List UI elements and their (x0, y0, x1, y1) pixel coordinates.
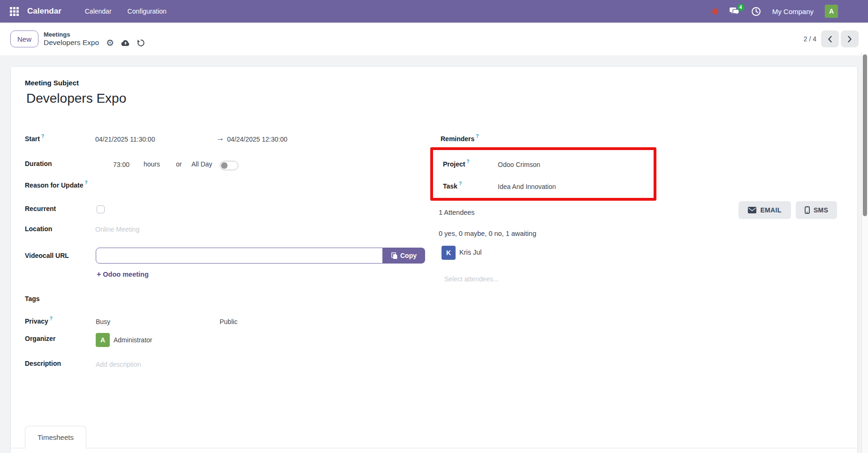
tags-label: Tags (25, 295, 40, 302)
task-input[interactable]: Idea And Innovation (498, 183, 556, 190)
scrollbar-thumb[interactable] (863, 54, 867, 216)
duration-label: Duration (25, 160, 52, 167)
description-label: Description (25, 360, 61, 367)
stop-datetime-input[interactable]: 04/24/2025 12:30:00 (227, 136, 287, 143)
help-icon: ? (50, 316, 53, 321)
recording-indicator-dot (712, 8, 718, 15)
reason-for-update-label: Reason for Update? (25, 181, 88, 189)
email-button[interactable]: EMAIL (739, 201, 791, 219)
breadcrumb-current-record: Developers Expo (44, 38, 99, 47)
tab-timesheets[interactable]: Timesheets (25, 426, 86, 448)
organizer-avatar[interactable]: A (96, 333, 110, 347)
top-navbar: Calendar Calendar Configuration 4 My Com… (0, 0, 868, 23)
help-icon: ? (476, 134, 479, 139)
meeting-subject-input[interactable]: Developers Expo (26, 91, 126, 106)
attendees-count: 1 Attendees (439, 209, 475, 216)
start-datetime-input[interactable]: 04/21/2025 11:30:00 (95, 136, 155, 143)
help-icon: ? (41, 134, 44, 139)
phone-icon (805, 206, 810, 214)
project-label: Project? (443, 160, 470, 168)
sms-button[interactable]: SMS (796, 201, 837, 219)
organizer-input[interactable]: Administrator (114, 336, 152, 344)
messages-icon[interactable]: 4 (730, 7, 740, 16)
app-brand[interactable]: Calendar (27, 7, 61, 16)
cloud-save-icon[interactable] (121, 39, 130, 46)
description-input[interactable]: Add description (96, 361, 141, 368)
gear-icon[interactable]: ⚙ (106, 39, 114, 47)
tab-divider (11, 448, 857, 448)
highlight-box (430, 147, 656, 201)
recurrent-label: Recurrent (25, 205, 56, 212)
privacy-label: Privacy? (25, 317, 53, 325)
reminders-label: Reminders? (441, 135, 479, 143)
duration-unit-label: hours (144, 160, 160, 168)
new-button[interactable]: New (10, 30, 38, 47)
organizer-label: Organizer (25, 335, 55, 342)
meeting-subject-label: Meeting Subject (25, 79, 79, 87)
form-view: Meeting Subject Developers Expo Start? 0… (0, 55, 868, 453)
videocall-url-input[interactable] (96, 248, 383, 264)
add-odoo-meeting-link[interactable]: + Odoo meeting (97, 270, 149, 279)
vertical-scrollbar (861, 53, 868, 453)
breadcrumb-meetings-link[interactable]: Meetings (44, 31, 145, 38)
videocall-url-label: Videocall URL (25, 252, 69, 259)
user-avatar[interactable]: A (825, 5, 838, 18)
all-day-label: All Day (191, 160, 212, 168)
toggle-knob (221, 162, 228, 169)
envelope-icon (748, 207, 756, 213)
help-icon: ? (84, 180, 87, 185)
pager-previous-button[interactable] (821, 30, 839, 47)
control-panel: New Meetings Developers Expo ⚙ 2 / 4 (0, 23, 868, 55)
form-sheet: Meeting Subject Developers Expo Start? 0… (10, 66, 858, 453)
show-as-select[interactable]: Busy (96, 318, 110, 325)
start-label: Start? (25, 135, 44, 143)
copy-icon (391, 252, 397, 259)
apps-grid-icon[interactable] (8, 5, 21, 18)
duration-input[interactable]: 73:00 (113, 161, 129, 168)
record-pager: 2 / 4 (804, 30, 859, 47)
help-icon: ? (459, 181, 462, 186)
videocall-url-group: Copy (96, 248, 425, 264)
attendee-avatar[interactable]: K (442, 246, 456, 260)
select-attendees-input[interactable]: Select attendees... (444, 275, 499, 283)
help-icon: ? (466, 159, 469, 164)
menu-configuration[interactable]: Configuration (123, 5, 171, 18)
plus-icon: + (97, 270, 101, 279)
menu-calendar[interactable]: Calendar (80, 5, 116, 18)
attendees-status: 0 yes, 0 maybe, 0 no, 1 awaiting (439, 230, 536, 237)
project-input[interactable]: Odoo Crimson (498, 161, 540, 168)
all-day-toggle[interactable] (220, 161, 238, 170)
company-switcher[interactable]: My Company (772, 8, 814, 15)
location-input[interactable]: Online Meeting (95, 226, 139, 233)
duration-or-label: or (176, 160, 182, 168)
location-label: Location (25, 225, 52, 233)
breadcrumb: Meetings Developers Expo ⚙ (44, 31, 145, 47)
pager-next-button[interactable] (841, 30, 859, 47)
messages-badge: 4 (737, 4, 745, 11)
discard-undo-icon[interactable] (137, 39, 145, 47)
activities-clock-icon[interactable] (751, 7, 761, 16)
attendee-name[interactable]: Kris Jul (459, 249, 482, 256)
pager-count: 2 / 4 (804, 35, 816, 43)
visibility-select[interactable]: Public (220, 318, 237, 325)
copy-button[interactable]: Copy (383, 248, 425, 264)
task-label: Task? (443, 182, 462, 190)
date-range-arrow-icon: → (216, 134, 224, 143)
recurrent-checkbox[interactable] (97, 205, 105, 213)
